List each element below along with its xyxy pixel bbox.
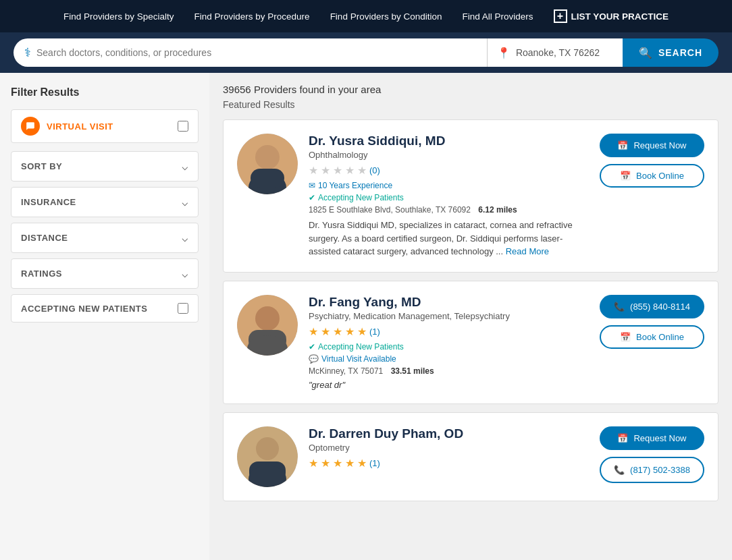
sidebar: Filter Results VIRTUAL VISIT SORT BY ⌵ I… (0, 73, 209, 560)
svg-point-1 (255, 145, 280, 169)
svg-point-5 (255, 306, 280, 331)
phone-icon: 📞 (614, 302, 625, 312)
provider-actions: 📞 (855) 840-8114 📅 Book Online (596, 295, 704, 349)
avatar (237, 134, 298, 194)
calendar-icon-2: 📅 (620, 171, 631, 181)
provider-card: Dr. Darren Duy Pham, OD Optometry ★ ★ ★ … (223, 412, 718, 501)
star-3: ★ (333, 457, 342, 470)
distance-label: DISTANCE (21, 233, 68, 243)
book-online-button[interactable]: 📅 Book Online (600, 325, 704, 349)
search-bar: ⚕ 📍 🔍 SEARCH (0, 32, 732, 73)
featured-label: Featured Results (223, 99, 718, 110)
star-5: ★ (357, 164, 367, 177)
provider-specialty: Psychiatry, Medication Management, Telep… (309, 311, 585, 321)
search-button-label: SEARCH (658, 47, 702, 58)
sort-by-chevron-icon: ⌵ (182, 160, 188, 173)
star-3: ★ (333, 164, 342, 177)
chat-icon: 💬 (309, 354, 319, 364)
experience-badge: ✉ 10 Years Experience (309, 181, 392, 190)
insurance-filter[interactable]: INSURANCE ⌵ (11, 187, 199, 217)
ratings-chevron-icon: ⌵ (182, 267, 188, 280)
star-2: ★ (321, 164, 330, 177)
review-count[interactable]: (1) (369, 327, 380, 337)
ratings-label: RATINGS (21, 269, 62, 279)
star-1: ★ (309, 457, 318, 470)
star-4: ★ (345, 164, 355, 177)
provider-name: Dr. Fang Yang, MD (309, 295, 585, 310)
accepting-badge-row: ✔ Accepting New Patients (309, 193, 585, 202)
search-button[interactable]: 🔍 SEARCH (623, 38, 718, 67)
accepting-checkbox[interactable] (178, 303, 188, 314)
filter-title: Filter Results (11, 86, 199, 99)
search-icon: 🔍 (639, 47, 653, 59)
results-area: 39656 Providers found in your area Featu… (209, 73, 732, 560)
star-2: ★ (321, 325, 330, 338)
request-now-button[interactable]: 📅 Request Now (600, 426, 704, 450)
svg-point-9 (256, 437, 279, 460)
stars-row: ★ ★ ★ ★ ★ (1) (309, 325, 585, 338)
distance-filter[interactable]: DISTANCE ⌵ (11, 223, 199, 253)
provider-info: Dr. Darren Duy Pham, OD Optometry ★ ★ ★ … (309, 426, 585, 474)
check-icon: ✔ (309, 342, 315, 352)
ratings-filter[interactable]: RATINGS ⌵ (11, 258, 199, 289)
call-button-2[interactable]: 📞 (817) 502-3388 (600, 457, 704, 483)
sort-by-label: SORT BY (21, 161, 62, 171)
calendar-icon-4: 📅 (617, 433, 628, 443)
mail-icon: ✉ (309, 181, 315, 190)
stethoscope-icon: ⚕ (24, 45, 31, 60)
plus-icon: + (554, 9, 567, 23)
list-practice-label: LIST YOUR PRACTICE (571, 11, 669, 22)
star-1: ★ (309, 325, 318, 338)
read-more-link[interactable]: Read More (506, 246, 549, 256)
sort-by-filter[interactable]: SORT BY ⌵ (11, 151, 199, 181)
virtual-badge: 💬 Virtual Visit Available (309, 354, 396, 364)
star-1: ★ (309, 164, 318, 177)
calendar-icon-3: 📅 (620, 332, 631, 342)
book-online-button[interactable]: 📅 Book Online (600, 164, 704, 188)
provider-address: 1825 E Southlake Blvd, Southlake, TX 760… (309, 205, 585, 215)
provider-name: Dr. Darren Duy Pham, OD (309, 426, 585, 441)
virtual-badge-row: 💬 Virtual Visit Available (309, 354, 585, 364)
request-now-button[interactable]: 📅 Request Now (600, 134, 704, 157)
nav-procedure-link[interactable]: Find Providers by Procedure (194, 11, 310, 22)
provider-specialty: Optometry (309, 443, 585, 453)
provider-address: McKinney, TX 75071 33.51 miles (309, 366, 585, 376)
nav-all-link[interactable]: Find All Providers (462, 11, 533, 22)
phone-icon-2: 📞 (614, 465, 625, 475)
top-nav: Find Providers by Specialty Find Provide… (0, 0, 732, 32)
calendar-icon: 📅 (617, 140, 628, 150)
provider-info: Dr. Fang Yang, MD Psychiatry, Medication… (309, 295, 585, 390)
star-4: ★ (345, 325, 355, 338)
virtual-visit-filter[interactable]: VIRTUAL VISIT (11, 109, 199, 143)
star-4: ★ (345, 457, 355, 470)
insurance-chevron-icon: ⌵ (182, 196, 188, 208)
badge-row: ✉ 10 Years Experience (309, 181, 585, 190)
location-input[interactable] (516, 47, 610, 58)
provider-card: Dr. Yusra Siddiqui, MD Ophthalmology ★ ★… (223, 119, 718, 273)
star-2: ★ (321, 457, 330, 470)
call-button[interactable]: 📞 (855) 840-8114 (600, 295, 704, 318)
accepting-badge: ✔ Accepting New Patients (309, 193, 404, 202)
avatar (237, 295, 298, 356)
accepting-badge: ✔ Accepting New Patients (309, 342, 404, 352)
provider-bio: Dr. Yusra Siddiqui MD, specializes in ca… (309, 219, 585, 258)
virtual-visit-checkbox[interactable] (178, 121, 188, 132)
search-input[interactable] (36, 47, 476, 58)
list-practice-button[interactable]: + LIST YOUR PRACTICE (554, 9, 669, 23)
distance-chevron-icon: ⌵ (182, 231, 188, 244)
virtual-visit-label: VIRTUAL VISIT (47, 121, 171, 132)
nav-specialty-link[interactable]: Find Providers by Specialty (63, 11, 174, 22)
main-layout: Filter Results VIRTUAL VISIT SORT BY ⌵ I… (0, 73, 732, 560)
provider-specialty: Ophthalmology (309, 150, 585, 160)
provider-actions: 📅 Request Now 📞 (817) 502-3388 (596, 426, 704, 483)
accepting-badge-row: ✔ Accepting New Patients (309, 342, 585, 352)
nav-condition-link[interactable]: Find Providers by Condition (330, 11, 442, 22)
provider-info: Dr. Yusra Siddiqui, MD Ophthalmology ★ ★… (309, 134, 585, 258)
check-icon: ✔ (309, 193, 315, 202)
provider-card: Dr. Fang Yang, MD Psychiatry, Medication… (223, 281, 718, 404)
provider-actions: 📅 Request Now 📅 Book Online (596, 134, 704, 188)
review-count[interactable]: (1) (369, 458, 380, 468)
review-count[interactable]: (0) (369, 165, 380, 175)
svg-rect-3 (251, 169, 284, 188)
stars-row: ★ ★ ★ ★ ★ (0) (309, 164, 585, 177)
